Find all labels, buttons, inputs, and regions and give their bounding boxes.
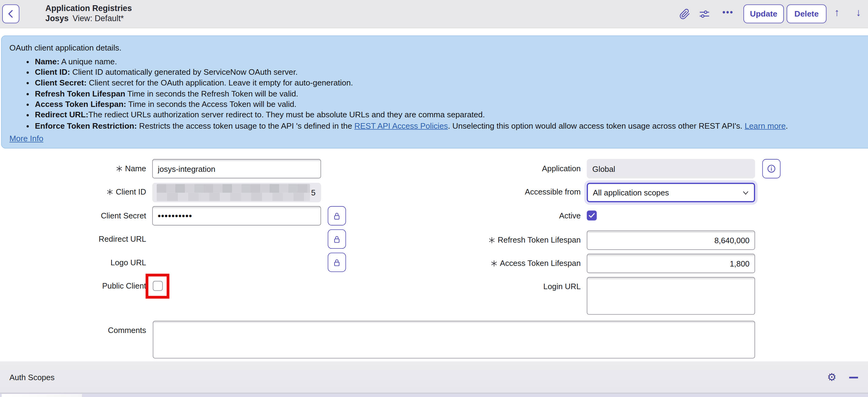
view-label: View: Default*	[72, 13, 124, 22]
delete-button[interactable]: Delete	[786, 4, 826, 23]
name-input[interactable]	[152, 159, 321, 178]
client-id-label: Client ID	[44, 187, 146, 196]
client-secret-lock-button[interactable]	[328, 206, 346, 225]
form-header-bar: Application Registries JosysView: Defaul…	[0, 0, 868, 28]
logo-url-lock-button[interactable]	[328, 253, 346, 272]
active-checkbox[interactable]	[587, 210, 597, 221]
next-record-icon[interactable]: ↓	[856, 7, 868, 20]
redirect-url-lock-button[interactable]	[328, 229, 346, 249]
checkmark-icon	[589, 213, 595, 219]
back-button[interactable]	[2, 4, 19, 23]
banner-intro: OAuth client application details.	[9, 42, 868, 53]
client-id-redaction-mosaic	[157, 184, 310, 201]
record-name: Josys	[45, 13, 68, 22]
banner-bullet: Refresh Token Lifespan Time in seconds t…	[35, 88, 868, 99]
attachment-icon[interactable]	[679, 8, 691, 21]
banner-bullet: Name: A unique name.	[35, 56, 868, 67]
more-info-link[interactable]: More Info	[9, 134, 43, 143]
name-label: Name	[44, 164, 146, 173]
page-title-record: JosysView: Default*	[45, 13, 132, 23]
learn-more-link[interactable]: Learn more	[745, 121, 786, 130]
client-secret-label: Client Secret	[44, 211, 146, 220]
required-icon	[116, 166, 122, 172]
banner-bullet: Client Secret: Client secret for the OAu…	[35, 78, 868, 88]
screenshot-stage: Application Registries JosysView: Defaul…	[0, 0, 868, 397]
servicenow-form-page: Application Registries JosysView: Defaul…	[0, 0, 868, 397]
comments-textarea[interactable]	[153, 321, 755, 359]
access-token-lifespan-input[interactable]	[587, 254, 755, 273]
auth-scopes-title: Auth Scopes	[9, 373, 55, 382]
banner-bullet: Access Token Lifespan: Time in seconds t…	[35, 99, 868, 110]
public-client-label: Public Client	[44, 282, 146, 290]
page-title: Application Registries JosysView: Defaul…	[45, 4, 132, 23]
comments-label: Comments	[44, 325, 146, 335]
info-banner: OAuth client application details. Name: …	[1, 35, 868, 148]
application-info-button[interactable]	[763, 159, 781, 178]
info-icon	[767, 164, 776, 173]
application-label: Application	[459, 164, 581, 173]
rest-api-access-policies-link[interactable]: REST API Access Policies	[354, 121, 448, 130]
highlight-red-box	[146, 274, 169, 299]
refresh-token-lifespan-label: Refresh Token Lifespan	[459, 235, 581, 245]
banner-bullet-list: Name: A unique name. Client ID: Client I…	[9, 56, 868, 132]
required-icon	[489, 237, 495, 243]
update-button[interactable]: Update	[743, 4, 784, 23]
lock-icon	[333, 235, 341, 244]
previous-record-icon[interactable]: ↑	[834, 7, 846, 20]
lock-icon	[333, 258, 341, 267]
active-label: Active	[459, 211, 581, 220]
client-secret-input[interactable]: ••••••••••	[152, 206, 321, 225]
accessible-from-label: Accessible from	[459, 187, 581, 196]
refresh-token-lifespan-input[interactable]	[587, 230, 755, 250]
accessible-from-select[interactable]: All application scopes	[587, 183, 755, 202]
banner-bullet: Enforce Token Restriction: Restricts the…	[35, 120, 868, 131]
more-options-icon[interactable]: •••	[722, 7, 735, 20]
auth-scopes-section-bar: Auth Scopes ⚙	[0, 361, 868, 393]
application-field: Global	[587, 159, 755, 178]
lock-icon	[333, 211, 341, 220]
login-url-textarea[interactable]	[587, 277, 755, 315]
client-id-visible-tail: 5	[311, 188, 315, 197]
collapse-section-icon[interactable]	[849, 377, 858, 378]
login-url-label: Login URL	[459, 282, 581, 291]
banner-bullet: Redirect URL:The rediect URLs authorizat…	[35, 110, 868, 121]
redirect-url-label: Redirect URL	[44, 234, 146, 243]
chevron-left-icon	[7, 9, 15, 18]
client-id-field: 5	[152, 183, 321, 202]
preferences-sliders-icon[interactable]	[699, 8, 711, 21]
required-icon	[107, 189, 113, 195]
logo-url-label: Logo URL	[44, 258, 146, 267]
access-token-lifespan-label: Access Token Lifespan	[459, 259, 581, 268]
page-title-table: Application Registries	[45, 4, 132, 14]
related-list-active-tab[interactable]	[2, 394, 82, 397]
required-icon	[491, 260, 497, 266]
settings-gear-icon[interactable]: ⚙	[827, 367, 836, 388]
banner-bullet: Client ID: Client ID automatically gener…	[35, 67, 868, 78]
related-list-tab-strip	[0, 393, 868, 397]
menu-icon[interactable]	[28, 9, 38, 18]
